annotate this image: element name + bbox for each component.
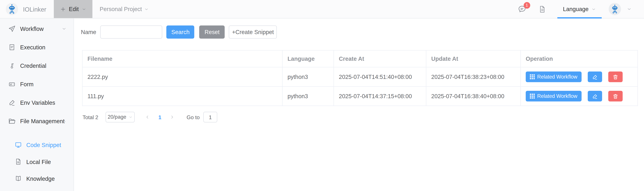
next-page-button[interactable] xyxy=(166,115,178,120)
pagination-bar: Total 2 20/page 1 Go to xyxy=(82,112,217,122)
language-nav-tab[interactable]: Language xyxy=(557,0,602,18)
sidebar-nav: Workflow Execution Credential Form xyxy=(0,18,74,191)
key-icon xyxy=(8,62,16,69)
edit-snippet-button[interactable] xyxy=(588,91,602,102)
input-box-icon xyxy=(8,80,16,88)
user-avatar[interactable] xyxy=(608,3,621,15)
sidebar-item-form[interactable]: Form xyxy=(0,75,74,93)
grid-icon xyxy=(530,74,535,79)
table-row: 111.py python3 2025-07-04T14:37:15+08:00… xyxy=(82,86,638,106)
language-nav-label: Language xyxy=(563,6,588,12)
delete-snippet-button[interactable] xyxy=(608,91,622,102)
folder-icon xyxy=(8,117,16,125)
cell-language: python3 xyxy=(282,67,334,86)
document-lines-icon xyxy=(8,43,16,51)
edit-pencil-icon xyxy=(592,93,598,99)
column-header-update-at: Update At xyxy=(426,50,520,67)
robot-icon xyxy=(6,4,17,14)
goto-label: Go to xyxy=(186,114,200,120)
table-header-row: Filename Language Create At Update At Op… xyxy=(82,50,638,67)
top-header: IOLinker Edit Personal Project 1 xyxy=(0,0,644,18)
related-workflow-label: Related Workflow xyxy=(537,93,578,99)
name-filter-input[interactable] xyxy=(100,26,162,38)
trash-icon xyxy=(612,74,618,80)
pen-icon xyxy=(8,99,16,106)
document-icon xyxy=(538,5,546,13)
header-right-cluster: 1 Language xyxy=(518,0,632,18)
chevron-up-icon xyxy=(62,118,66,123)
sidebar-item-label: Workflow xyxy=(20,25,44,32)
docs-button[interactable] xyxy=(538,5,546,13)
column-header-operation: Operation xyxy=(520,50,638,67)
sidebar-item-label: Execution xyxy=(20,44,45,50)
sidebar-item-execution[interactable]: Execution xyxy=(0,38,74,56)
chevron-down-icon xyxy=(129,115,133,119)
sidebar-item-workflow[interactable]: Workflow xyxy=(0,19,74,38)
page-number-1[interactable]: 1 xyxy=(154,114,166,120)
page-size-value: 20/page xyxy=(108,114,126,120)
chevron-down-icon xyxy=(144,7,149,11)
related-workflow-button[interactable]: Related Workflow xyxy=(526,72,582,82)
create-snippet-button[interactable]: +Create Snippet xyxy=(229,26,277,38)
brand-name: IOLinker xyxy=(23,6,46,12)
snippet-table: Filename Language Create At Update At Op… xyxy=(82,50,638,106)
cell-create-at: 2025-07-04T14:37:15+08:00 xyxy=(334,86,426,106)
sidebar-item-code-snippet[interactable]: Code Snippet xyxy=(0,136,74,153)
plus-icon xyxy=(60,6,66,12)
edit-snippet-button[interactable] xyxy=(588,72,602,82)
related-workflow-label: Related Workflow xyxy=(537,74,578,80)
sidebar-item-knowledge[interactable]: Knowledge xyxy=(0,170,74,187)
sidebar-item-file-management[interactable]: File Management xyxy=(0,112,74,130)
sidebar-item-label: File Management xyxy=(20,118,64,124)
user-menu-chevron-icon[interactable] xyxy=(627,6,632,12)
chevron-right-icon xyxy=(170,115,175,120)
monitor-icon xyxy=(15,141,22,148)
column-header-filename: Filename xyxy=(82,50,282,67)
chevron-down-icon xyxy=(592,7,596,11)
filter-bar: Name Search Reset +Create Snippet xyxy=(81,26,644,38)
notifications-button[interactable]: 1 xyxy=(518,5,526,13)
page-size-select[interactable]: 20/page xyxy=(106,112,135,122)
project-selector[interactable]: Personal Project xyxy=(100,6,149,12)
cell-create-at: 2025-07-04T14:51:40+08:00 xyxy=(334,67,426,86)
cell-filename: 111.py xyxy=(82,86,282,106)
sidebar-item-label: Knowledge xyxy=(26,175,55,182)
app-logo xyxy=(6,3,18,15)
notification-badge: 1 xyxy=(524,2,530,8)
column-header-create-at: Create At xyxy=(334,50,426,67)
file-management-subnav: Code Snippet Local File Knowledge xyxy=(0,136,74,187)
sidebar-item-label: Code Snippet xyxy=(26,142,61,148)
cell-operation: Related Workflow xyxy=(520,86,638,106)
robot-icon xyxy=(610,4,620,14)
sidebar-item-label: Form xyxy=(20,81,34,87)
chevron-left-icon xyxy=(145,115,150,120)
sidebar-item-label: Local File xyxy=(26,158,51,165)
cell-filename: 2222.py xyxy=(82,67,282,86)
reset-button[interactable]: Reset xyxy=(199,26,225,38)
chevron-down-icon xyxy=(62,26,66,31)
edit-pencil-icon xyxy=(592,74,598,80)
grid-icon xyxy=(530,94,535,98)
sidebar-item-env-variables[interactable]: Env Variables xyxy=(0,93,74,112)
trash-icon xyxy=(612,93,618,99)
chevron-down-icon xyxy=(82,7,86,11)
sidebar-item-credential[interactable]: Credential xyxy=(0,56,74,75)
delete-snippet-button[interactable] xyxy=(608,72,622,82)
pagination-total: Total 2 xyxy=(82,114,98,120)
table-row: 2222.py python3 2025-07-04T14:51:40+08:0… xyxy=(82,67,638,86)
prev-page-button[interactable] xyxy=(142,115,154,120)
cell-operation: Related Workflow xyxy=(520,67,638,86)
app-root: IOLinker Edit Personal Project 1 xyxy=(0,0,644,191)
main-content: Name Search Reset +Create Snippet Filena… xyxy=(74,18,644,191)
book-icon xyxy=(15,175,22,182)
related-workflow-button[interactable]: Related Workflow xyxy=(526,91,582,102)
sidebar-item-local-file[interactable]: Local File xyxy=(0,153,74,170)
paper-plane-icon xyxy=(8,25,16,32)
column-header-language: Language xyxy=(282,50,334,67)
cell-language: python3 xyxy=(282,86,334,106)
goto-page-input[interactable] xyxy=(203,112,217,122)
cell-update-at: 2025-07-04T16:38:23+08:00 xyxy=(426,67,520,86)
cell-update-at: 2025-07-04T16:38:40+08:00 xyxy=(426,86,520,106)
edit-dropdown-button[interactable]: Edit xyxy=(54,0,92,18)
search-button[interactable]: Search xyxy=(166,26,194,38)
